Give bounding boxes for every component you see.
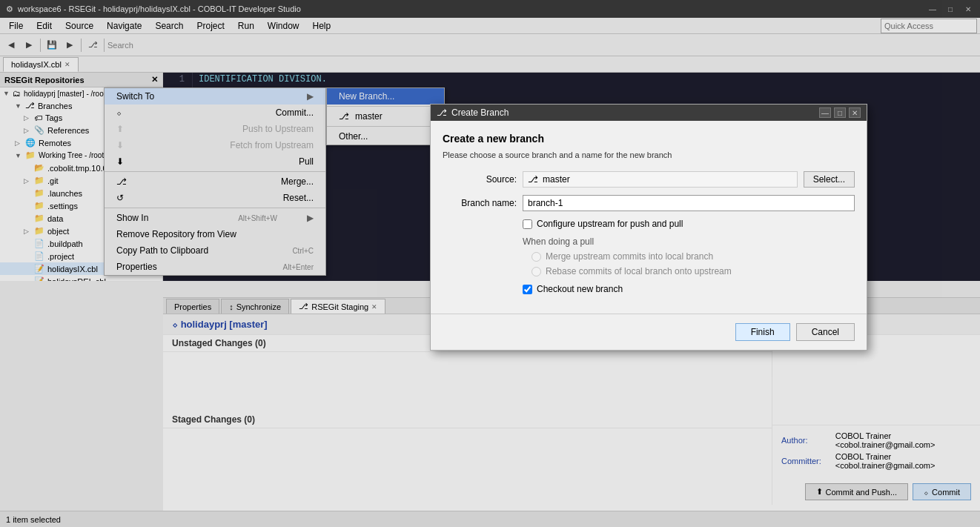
rebase-radio[interactable] [532, 267, 541, 276]
dialog-minimize[interactable]: — [819, 107, 831, 118]
dialog-close[interactable]: ✕ [849, 107, 861, 118]
source-branch-icon: ⎇ [528, 174, 538, 185]
checkout-label: Checkout new branch [537, 284, 623, 294]
select-source-button[interactable]: Select... [804, 171, 855, 188]
source-display: ⎇ master [523, 171, 798, 188]
dialog-title-left: ⎇ Create Branch [437, 107, 509, 118]
source-label: Source: [443, 174, 517, 185]
configure-upstream-checkbox[interactable] [523, 219, 532, 229]
dialog-heading: Create a new branch [443, 133, 855, 145]
dialog-icon: ⎇ [437, 107, 447, 118]
branch-name-label: Branch name: [443, 198, 517, 208]
cancel-button[interactable]: Cancel [796, 323, 855, 341]
pull-section-label: When doing a pull [523, 236, 855, 247]
branch-name-row: Branch name: [443, 195, 855, 211]
merge-radio-label: Merge upstream commits into local branch [546, 251, 713, 262]
checkout-row: Checkout new branch [523, 284, 855, 294]
merge-radio[interactable] [532, 252, 541, 262]
configure-upstream-label: Configure upstream for push and pull [537, 219, 683, 229]
finish-button[interactable]: Finish [735, 323, 790, 341]
configure-upstream-row: Configure upstream for push and pull [523, 219, 855, 229]
rebase-radio-row: Rebase commits of local branch onto upst… [532, 266, 855, 276]
dialog-title-text: Create Branch [451, 107, 509, 118]
branch-name-input[interactable] [523, 195, 855, 211]
dialog-overlay: ⎇ Create Branch — □ ✕ Create a new branc… [0, 0, 980, 527]
dialog-controls: — □ ✕ [819, 107, 861, 118]
dialog-footer: Finish Cancel [431, 314, 867, 350]
dialog-title-bar: ⎇ Create Branch — □ ✕ [431, 105, 867, 121]
merge-radio-row: Merge upstream commits into local branch [532, 251, 855, 262]
checkout-checkbox[interactable] [523, 285, 532, 294]
radio-group: Merge upstream commits into local branch… [532, 251, 855, 276]
source-row: Source: ⎇ master Select... [443, 171, 855, 188]
rebase-radio-label: Rebase commits of local branch onto upst… [546, 266, 732, 276]
dialog-body: Create a new branch Please choose a sour… [431, 121, 867, 314]
dialog-maximize[interactable]: □ [834, 107, 846, 118]
dialog-description: Please choose a source branch and a name… [443, 150, 855, 159]
create-branch-dialog: ⎇ Create Branch — □ ✕ Create a new branc… [430, 104, 867, 351]
source-value: master [543, 174, 570, 185]
